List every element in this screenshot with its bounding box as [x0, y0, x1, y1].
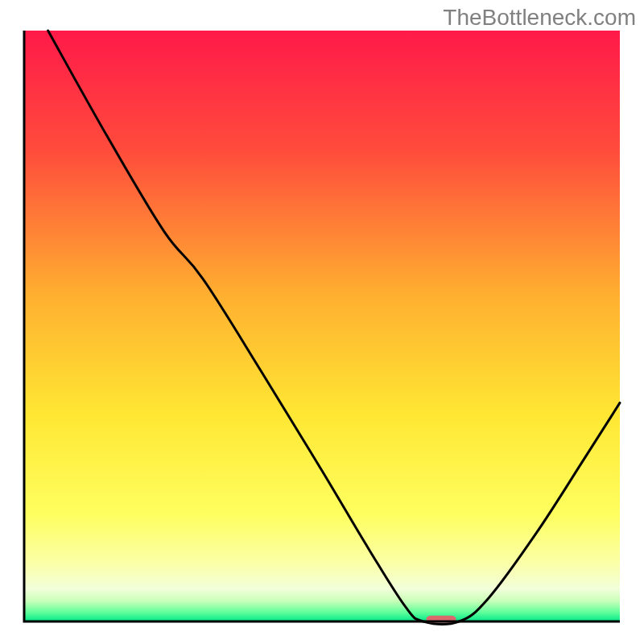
chart-svg: [0, 0, 644, 644]
bottleneck-chart: TheBottleneck.com: [0, 0, 644, 644]
chart-gradient-bg: [24, 31, 620, 621]
